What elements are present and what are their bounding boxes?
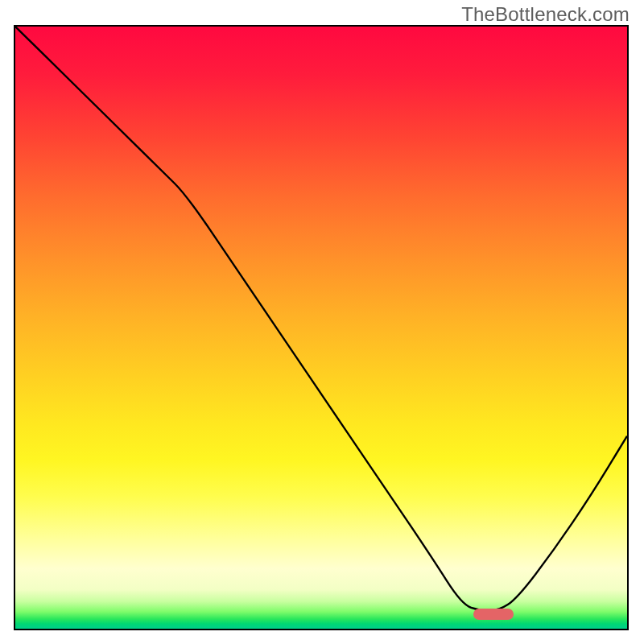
watermark-text: TheBottleneck.com — [461, 3, 630, 26]
curve-layer — [15, 27, 627, 629]
optimal-marker — [473, 609, 514, 620]
chart-frame: TheBottleneck.com — [0, 0, 644, 644]
plot-area — [14, 25, 629, 630]
bottleneck-curve — [15, 27, 627, 611]
